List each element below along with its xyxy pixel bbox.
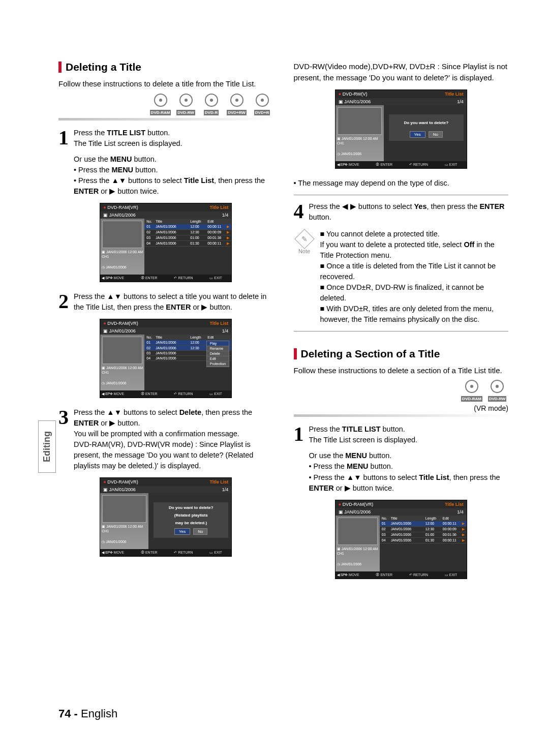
dialog-yes: Yes	[174, 528, 190, 535]
note-bullets: You cannot delete a protected title.If y…	[320, 229, 509, 325]
page-content: Deleting a Title Follow these instructio…	[0, 0, 549, 629]
step3-continued: DVD-RW(Video mode),DVD+RW, DVD±R : Since…	[294, 61, 509, 83]
heading-bar	[58, 62, 62, 73]
rule	[294, 331, 509, 331]
section-intro: Follow these instructions to delete a ti…	[58, 78, 273, 89]
dialog-no: No	[429, 131, 443, 138]
screenshot-delete-dialog-vr: ● DVD-RAM(VR)Title List ▣ JAN/01/20061/4…	[100, 477, 232, 557]
disc-dvd-ram: DVD-RAM	[149, 94, 172, 116]
right-column: DVD-RW(Video mode),DVD+RW, DVD±R : Since…	[294, 61, 509, 588]
section-title: Deleting a Title	[66, 61, 141, 73]
disc-dvd-ram: DVD-RAM	[461, 380, 483, 402]
side-tab: Editing	[38, 420, 56, 473]
dialog-no: No	[193, 528, 207, 535]
screenshot-context-menu: ● DVD-RAM(VR)Title List ▣ JAN/01/20061/4…	[100, 319, 232, 398]
gradient-rule	[58, 118, 273, 120]
section-title: Deleting a Section of a Title	[301, 348, 440, 360]
sec2-step-1: 1 Press the TITLE LIST button. The Title…	[294, 424, 509, 493]
message-depend: The message may depend on the type of di…	[294, 178, 509, 189]
disc-dvd-rw: DVD-RW	[175, 94, 197, 116]
page-footer: 74 - English	[58, 707, 117, 720]
dialog-yes: Yes	[410, 131, 425, 138]
section-intro: Follow these instructions to delete a se…	[294, 365, 509, 376]
rule	[294, 195, 509, 195]
disc-dvd-r: DVD-R	[200, 94, 223, 116]
step-body: Press the TITLE LIST button. The Title L…	[74, 128, 273, 197]
note-block: ✎ Note You cannot delete a protected tit…	[294, 229, 509, 325]
disc-dvd-plus-rw: DVD+RW	[226, 94, 248, 116]
step-3: 3 Press the ▲▼ buttons to select Delete,…	[58, 407, 273, 471]
confirm-dialog: Do you want to delete? Yes No	[389, 114, 464, 141]
confirm-dialog: Do you want to delete? (Related playlist…	[154, 502, 228, 538]
step1-bullets: Press the MENU button. Press the ▲▼ butt…	[74, 165, 273, 197]
disc-dvd-rw: DVD-RW	[486, 380, 508, 402]
disc-dvd-plus-r: DVD+R	[251, 94, 273, 116]
disc-compat-row: DVD-RAM DVD-RW DVD-R DVD+RW DVD+R	[58, 94, 273, 116]
section-heading-deleting: Deleting a Title	[58, 61, 273, 73]
step-number: 1	[58, 128, 69, 148]
disc-compat-row-2: DVD-RAM DVD-RW	[294, 380, 509, 402]
step-1: 1 Press the TITLE LIST button. The Title…	[58, 128, 273, 197]
step-4: 4 Press the ◀ ▶ buttons to select Yes, t…	[294, 201, 509, 223]
context-menu: Play Rename Delete Edit Protection	[206, 341, 230, 367]
screenshot-title-list-2: ● DVD-RAM(VR)Title List ▣ JAN/01/20061/4…	[335, 500, 467, 579]
vr-mode-label: (VR mode)	[294, 404, 509, 412]
note-icon: ✎	[294, 229, 315, 249]
section-heading-deleting-section: Deleting a Section of a Title	[294, 348, 509, 360]
screenshot-title-list: ● DVD-RAM(VR)Title List ▣ JAN/01/20061/4…	[100, 203, 232, 282]
left-column: Deleting a Title Follow these instructio…	[58, 61, 273, 588]
step-2: 2 Press the ▲▼ buttons to select a title…	[58, 291, 273, 313]
screenshot-delete-dialog-rw: ● DVD-RW(V)Title List ▣ JAN/01/20061/4 ▣…	[335, 89, 467, 169]
